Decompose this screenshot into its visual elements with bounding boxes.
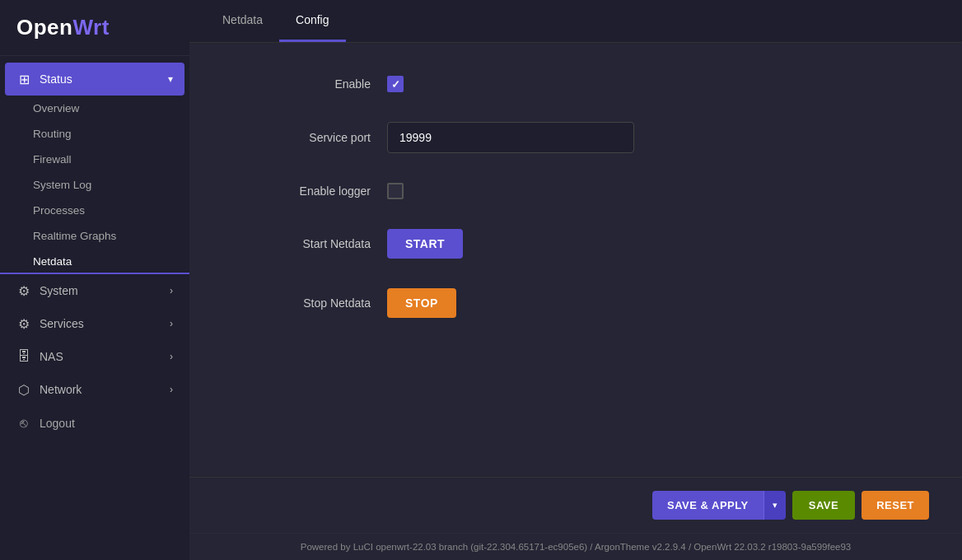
enable-checkbox[interactable] [387, 76, 404, 92]
logo: OpenWrt [16, 15, 173, 40]
save-apply-dropdown[interactable]: ▾ [764, 491, 786, 520]
main-content: Netdata Config Enable Service port Enabl… [189, 0, 962, 560]
action-bar: SAVE & APPLY ▾ SAVE RESET [189, 477, 962, 533]
grid-icon: ⊞ [16, 72, 31, 86]
service-port-control [387, 122, 634, 153]
nav-section: ⊞ Status ▾ Overview Routing Firewall Sys… [0, 56, 189, 560]
sidebar-item-firewall[interactable]: Firewall [0, 147, 189, 172]
sidebar: OpenWrt ⊞ Status ▾ Overview Routing Fire… [0, 0, 189, 560]
chevron-right-icon-network: › [170, 384, 173, 395]
stop-control: STOP [387, 288, 456, 318]
logo-wrt: Wrt [72, 15, 109, 40]
service-port-input[interactable] [387, 122, 634, 153]
form-row-service-port: Service port [239, 122, 913, 153]
logo-area: OpenWrt [0, 0, 189, 56]
network-icon: ⬡ [16, 382, 31, 397]
sidebar-item-processes[interactable]: Processes [0, 198, 189, 223]
form-row-stop: Stop Netdata STOP [239, 288, 913, 318]
system-label: System [40, 284, 78, 297]
logout-label: Logout [40, 417, 75, 430]
tab-config[interactable]: Config [279, 0, 345, 42]
form-row-start: Start Netdata START [239, 229, 913, 259]
sidebar-item-network[interactable]: ⬡ Network › [0, 373, 189, 406]
sidebar-item-system[interactable]: ⚙ System › [0, 274, 189, 307]
service-port-label: Service port [239, 131, 371, 144]
form-area: Enable Service port Enable logger Start … [189, 43, 962, 477]
gear-icon: ⚙ [16, 283, 31, 298]
stop-button[interactable]: STOP [387, 288, 456, 318]
stop-netdata-label: Stop Netdata [239, 296, 371, 310]
sidebar-item-status[interactable]: ⊞ Status ▾ [5, 63, 184, 96]
form-row-enable-logger: Enable logger [239, 183, 913, 199]
enable-logger-control [387, 183, 404, 199]
start-netdata-label: Start Netdata [239, 237, 371, 250]
tabs-bar: Netdata Config [189, 0, 962, 43]
chevron-down-icon: ▾ [168, 73, 173, 85]
status-label: Status [40, 72, 72, 86]
network-label: Network [40, 383, 82, 396]
logo-open: Open [16, 15, 72, 40]
nas-label: NAS [40, 350, 63, 363]
enable-control [387, 76, 404, 92]
chevron-right-icon-nas: › [170, 351, 173, 362]
enable-logger-checkbox[interactable] [387, 183, 404, 199]
sidebar-item-netdata[interactable]: Netdata [0, 249, 189, 274]
start-button[interactable]: START [387, 229, 463, 259]
sidebar-item-overview[interactable]: Overview [0, 96, 189, 121]
footer: Powered by LuCI openwrt-22.03 branch (gi… [189, 533, 962, 560]
sidebar-item-nas[interactable]: 🗄 NAS › [0, 340, 189, 373]
logout-icon: ⎋ [16, 416, 31, 431]
enable-logger-label: Enable logger [239, 184, 371, 198]
services-icon: ⚙ [16, 316, 31, 331]
enable-label: Enable [239, 77, 371, 91]
save-apply-button[interactable]: SAVE & APPLY [652, 491, 764, 520]
tab-netdata[interactable]: Netdata [206, 0, 279, 42]
sidebar-item-routing[interactable]: Routing [0, 121, 189, 147]
save-button[interactable]: SAVE [792, 491, 855, 520]
chevron-right-icon-services: › [170, 318, 173, 329]
services-label: Services [40, 317, 84, 330]
reset-button[interactable]: RESET [862, 491, 929, 520]
form-row-enable: Enable [239, 76, 913, 92]
nas-icon: 🗄 [16, 349, 31, 364]
sidebar-item-systemlog[interactable]: System Log [0, 172, 189, 198]
footer-text: Powered by LuCI openwrt-22.03 branch (gi… [301, 542, 852, 552]
chevron-right-icon-system: › [170, 285, 173, 296]
sidebar-item-realtimegraphs[interactable]: Realtime Graphs [0, 223, 189, 249]
start-control: START [387, 229, 463, 259]
save-apply-group: SAVE & APPLY ▾ [652, 491, 786, 520]
sidebar-item-services[interactable]: ⚙ Services › [0, 307, 189, 340]
sidebar-item-logout[interactable]: ⎋ Logout [0, 406, 189, 441]
